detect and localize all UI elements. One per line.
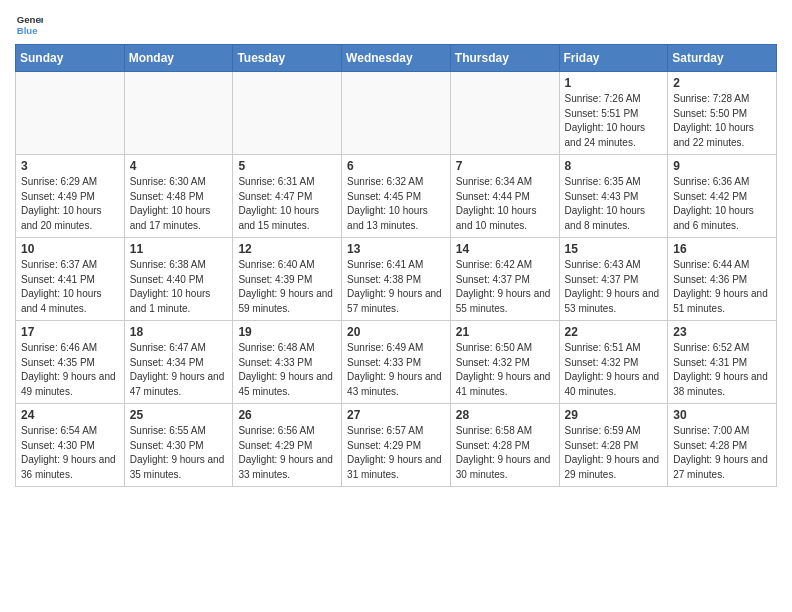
day-number: 22 — [565, 325, 663, 339]
calendar-cell: 1Sunrise: 7:26 AM Sunset: 5:51 PM Daylig… — [559, 72, 668, 155]
day-info: Sunrise: 6:30 AM Sunset: 4:48 PM Dayligh… — [130, 175, 228, 233]
day-info: Sunrise: 6:42 AM Sunset: 4:37 PM Dayligh… — [456, 258, 554, 316]
weekday-header: Monday — [124, 45, 233, 72]
day-number: 27 — [347, 408, 445, 422]
weekday-header: Thursday — [450, 45, 559, 72]
day-number: 6 — [347, 159, 445, 173]
day-number: 21 — [456, 325, 554, 339]
day-number: 18 — [130, 325, 228, 339]
calendar-cell: 20Sunrise: 6:49 AM Sunset: 4:33 PM Dayli… — [342, 321, 451, 404]
calendar-cell: 14Sunrise: 6:42 AM Sunset: 4:37 PM Dayli… — [450, 238, 559, 321]
day-info: Sunrise: 6:41 AM Sunset: 4:38 PM Dayligh… — [347, 258, 445, 316]
day-number: 30 — [673, 408, 771, 422]
calendar-cell — [342, 72, 451, 155]
day-number: 24 — [21, 408, 119, 422]
day-info: Sunrise: 6:43 AM Sunset: 4:37 PM Dayligh… — [565, 258, 663, 316]
calendar-cell: 27Sunrise: 6:57 AM Sunset: 4:29 PM Dayli… — [342, 404, 451, 487]
calendar-cell: 23Sunrise: 6:52 AM Sunset: 4:31 PM Dayli… — [668, 321, 777, 404]
day-number: 29 — [565, 408, 663, 422]
calendar-cell: 15Sunrise: 6:43 AM Sunset: 4:37 PM Dayli… — [559, 238, 668, 321]
day-info: Sunrise: 7:00 AM Sunset: 4:28 PM Dayligh… — [673, 424, 771, 482]
calendar-cell: 12Sunrise: 6:40 AM Sunset: 4:39 PM Dayli… — [233, 238, 342, 321]
logo-icon: General Blue — [15, 10, 43, 38]
day-info: Sunrise: 6:57 AM Sunset: 4:29 PM Dayligh… — [347, 424, 445, 482]
day-number: 25 — [130, 408, 228, 422]
day-info: Sunrise: 6:51 AM Sunset: 4:32 PM Dayligh… — [565, 341, 663, 399]
calendar-cell: 4Sunrise: 6:30 AM Sunset: 4:48 PM Daylig… — [124, 155, 233, 238]
calendar-cell: 24Sunrise: 6:54 AM Sunset: 4:30 PM Dayli… — [16, 404, 125, 487]
day-number: 26 — [238, 408, 336, 422]
calendar-cell: 26Sunrise: 6:56 AM Sunset: 4:29 PM Dayli… — [233, 404, 342, 487]
calendar-cell: 29Sunrise: 6:59 AM Sunset: 4:28 PM Dayli… — [559, 404, 668, 487]
day-number: 19 — [238, 325, 336, 339]
day-info: Sunrise: 6:47 AM Sunset: 4:34 PM Dayligh… — [130, 341, 228, 399]
day-info: Sunrise: 6:37 AM Sunset: 4:41 PM Dayligh… — [21, 258, 119, 316]
day-info: Sunrise: 6:55 AM Sunset: 4:30 PM Dayligh… — [130, 424, 228, 482]
day-number: 8 — [565, 159, 663, 173]
calendar-cell: 16Sunrise: 6:44 AM Sunset: 4:36 PM Dayli… — [668, 238, 777, 321]
calendar-cell — [16, 72, 125, 155]
calendar-cell: 9Sunrise: 6:36 AM Sunset: 4:42 PM Daylig… — [668, 155, 777, 238]
day-info: Sunrise: 6:52 AM Sunset: 4:31 PM Dayligh… — [673, 341, 771, 399]
day-number: 1 — [565, 76, 663, 90]
calendar-cell — [233, 72, 342, 155]
weekday-header: Tuesday — [233, 45, 342, 72]
day-info: Sunrise: 6:46 AM Sunset: 4:35 PM Dayligh… — [21, 341, 119, 399]
day-number: 17 — [21, 325, 119, 339]
weekday-header: Wednesday — [342, 45, 451, 72]
calendar-header: SundayMondayTuesdayWednesdayThursdayFrid… — [16, 45, 777, 72]
day-number: 5 — [238, 159, 336, 173]
day-number: 16 — [673, 242, 771, 256]
day-info: Sunrise: 6:31 AM Sunset: 4:47 PM Dayligh… — [238, 175, 336, 233]
calendar-cell: 21Sunrise: 6:50 AM Sunset: 4:32 PM Dayli… — [450, 321, 559, 404]
day-number: 7 — [456, 159, 554, 173]
calendar-cell: 5Sunrise: 6:31 AM Sunset: 4:47 PM Daylig… — [233, 155, 342, 238]
calendar-cell: 30Sunrise: 7:00 AM Sunset: 4:28 PM Dayli… — [668, 404, 777, 487]
calendar-cell: 7Sunrise: 6:34 AM Sunset: 4:44 PM Daylig… — [450, 155, 559, 238]
day-number: 14 — [456, 242, 554, 256]
day-info: Sunrise: 6:32 AM Sunset: 4:45 PM Dayligh… — [347, 175, 445, 233]
day-info: Sunrise: 7:26 AM Sunset: 5:51 PM Dayligh… — [565, 92, 663, 150]
day-info: Sunrise: 6:34 AM Sunset: 4:44 PM Dayligh… — [456, 175, 554, 233]
day-info: Sunrise: 7:28 AM Sunset: 5:50 PM Dayligh… — [673, 92, 771, 150]
logo: General Blue — [15, 10, 43, 38]
calendar-cell: 6Sunrise: 6:32 AM Sunset: 4:45 PM Daylig… — [342, 155, 451, 238]
day-number: 15 — [565, 242, 663, 256]
calendar-cell: 8Sunrise: 6:35 AM Sunset: 4:43 PM Daylig… — [559, 155, 668, 238]
day-number: 11 — [130, 242, 228, 256]
day-info: Sunrise: 6:50 AM Sunset: 4:32 PM Dayligh… — [456, 341, 554, 399]
day-number: 23 — [673, 325, 771, 339]
day-number: 28 — [456, 408, 554, 422]
day-info: Sunrise: 6:40 AM Sunset: 4:39 PM Dayligh… — [238, 258, 336, 316]
day-info: Sunrise: 6:38 AM Sunset: 4:40 PM Dayligh… — [130, 258, 228, 316]
day-info: Sunrise: 6:44 AM Sunset: 4:36 PM Dayligh… — [673, 258, 771, 316]
day-info: Sunrise: 6:56 AM Sunset: 4:29 PM Dayligh… — [238, 424, 336, 482]
calendar-cell: 13Sunrise: 6:41 AM Sunset: 4:38 PM Dayli… — [342, 238, 451, 321]
calendar-cell — [124, 72, 233, 155]
day-info: Sunrise: 6:36 AM Sunset: 4:42 PM Dayligh… — [673, 175, 771, 233]
calendar-cell: 17Sunrise: 6:46 AM Sunset: 4:35 PM Dayli… — [16, 321, 125, 404]
day-info: Sunrise: 6:48 AM Sunset: 4:33 PM Dayligh… — [238, 341, 336, 399]
calendar-cell: 28Sunrise: 6:58 AM Sunset: 4:28 PM Dayli… — [450, 404, 559, 487]
day-info: Sunrise: 6:59 AM Sunset: 4:28 PM Dayligh… — [565, 424, 663, 482]
weekday-header: Sunday — [16, 45, 125, 72]
day-info: Sunrise: 6:35 AM Sunset: 4:43 PM Dayligh… — [565, 175, 663, 233]
day-number: 10 — [21, 242, 119, 256]
weekday-header: Saturday — [668, 45, 777, 72]
calendar-cell: 18Sunrise: 6:47 AM Sunset: 4:34 PM Dayli… — [124, 321, 233, 404]
calendar-cell: 25Sunrise: 6:55 AM Sunset: 4:30 PM Dayli… — [124, 404, 233, 487]
day-number: 20 — [347, 325, 445, 339]
calendar-cell: 11Sunrise: 6:38 AM Sunset: 4:40 PM Dayli… — [124, 238, 233, 321]
svg-text:General: General — [17, 14, 43, 25]
day-number: 12 — [238, 242, 336, 256]
day-info: Sunrise: 6:49 AM Sunset: 4:33 PM Dayligh… — [347, 341, 445, 399]
day-number: 3 — [21, 159, 119, 173]
calendar-cell: 22Sunrise: 6:51 AM Sunset: 4:32 PM Dayli… — [559, 321, 668, 404]
calendar-cell: 2Sunrise: 7:28 AM Sunset: 5:50 PM Daylig… — [668, 72, 777, 155]
day-info: Sunrise: 6:58 AM Sunset: 4:28 PM Dayligh… — [456, 424, 554, 482]
calendar-cell — [450, 72, 559, 155]
page-header: General Blue — [15, 10, 777, 38]
calendar-cell: 19Sunrise: 6:48 AM Sunset: 4:33 PM Dayli… — [233, 321, 342, 404]
calendar-table: SundayMondayTuesdayWednesdayThursdayFrid… — [15, 44, 777, 487]
day-info: Sunrise: 6:54 AM Sunset: 4:30 PM Dayligh… — [21, 424, 119, 482]
